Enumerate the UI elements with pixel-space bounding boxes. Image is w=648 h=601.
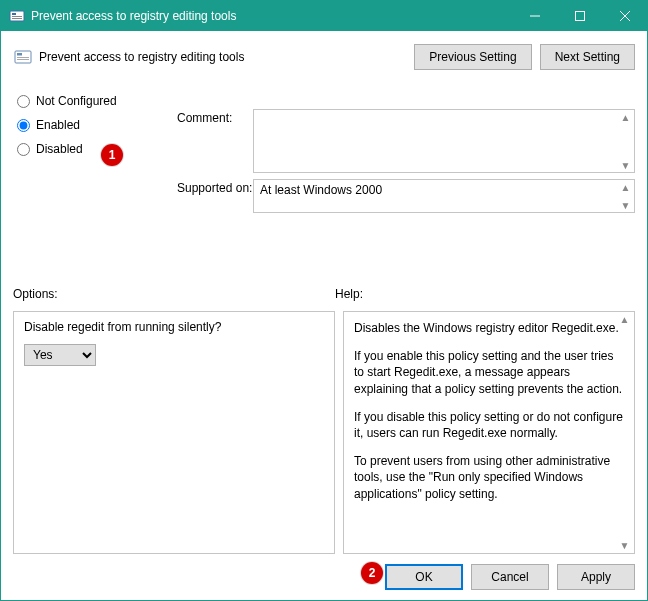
svg-rect-5 [575,12,584,21]
chevron-down-icon[interactable]: ▼ [617,540,632,551]
help-paragraph: If you disable this policy setting or do… [354,409,624,441]
options-section-label: Options: [13,287,335,301]
annotation-badge: 2 [361,562,383,584]
window-title: Prevent access to registry editing tools [31,9,512,23]
annotation-badge: 1 [101,144,123,166]
comment-scrollbar[interactable]: ▲ ▼ [617,110,634,172]
option-select[interactable]: YesNo [24,344,96,366]
maximize-button[interactable] [557,1,602,31]
content-area: Prevent access to registry editing tools… [1,31,647,600]
section-labels: Options: Help: [13,287,635,301]
option-question: Disable regedit from running silently? [24,320,324,334]
radio-enabled-label[interactable]: Enabled [36,118,80,132]
apply-button[interactable]: Apply [557,564,635,590]
policy-icon [9,8,25,24]
policy-editor-window: Prevent access to registry editing tools [0,0,648,601]
minimize-button[interactable] [512,1,557,31]
help-paragraph: If you enable this policy setting and th… [354,348,624,397]
options-pane: Disable regedit from running silently? Y… [13,311,335,554]
policy-title: Prevent access to registry editing tools [39,50,406,64]
comment-label: Comment: [177,109,253,125]
chevron-up-icon[interactable]: ▲ [617,314,632,325]
window-controls [512,1,647,31]
help-paragraph: To prevent users from using other admini… [354,453,624,502]
header-row: Prevent access to registry editing tools… [13,39,635,75]
svg-rect-2 [12,16,22,17]
ok-button[interactable]: OK [385,564,463,590]
svg-rect-11 [17,59,29,60]
supported-on-label: Supported on: [177,179,253,195]
radio-not-configured-label[interactable]: Not Configured [36,94,117,108]
radio-disabled-label[interactable]: Disabled [36,142,83,156]
chevron-down-icon[interactable]: ▼ [617,158,634,172]
cancel-button[interactable]: Cancel [471,564,549,590]
chevron-down-icon[interactable]: ▼ [617,198,634,212]
panes: Disable regedit from running silently? Y… [13,311,635,554]
close-button[interactable] [602,1,647,31]
next-setting-button[interactable]: Next Setting [540,44,635,70]
radio-disabled[interactable] [17,143,30,156]
svg-rect-10 [17,57,29,58]
supported-on-box: At least Windows 2000 ▲ ▼ [253,179,635,213]
titlebar: Prevent access to registry editing tools [1,1,647,31]
svg-rect-3 [12,18,22,19]
comment-textarea[interactable]: ▲ ▼ [253,109,635,173]
policy-header-icon [13,47,33,67]
radio-enabled[interactable] [17,119,30,132]
radio-not-configured[interactable] [17,95,30,108]
form-grid: Comment: ▲ ▼ Supported on: At least Wind… [177,109,635,219]
supported-on-value: At least Windows 2000 [260,183,382,197]
dialog-footer: OK Cancel Apply 2 [13,554,635,590]
chevron-up-icon[interactable]: ▲ [617,110,634,124]
svg-rect-9 [17,53,22,56]
help-pane: ▲ Disables the Windows registry editor R… [343,311,635,554]
chevron-up-icon[interactable]: ▲ [617,180,634,194]
previous-setting-button[interactable]: Previous Setting [414,44,531,70]
help-section-label: Help: [335,287,635,301]
svg-rect-1 [12,13,16,15]
help-paragraph: Disables the Windows registry editor Reg… [354,320,624,336]
supported-scrollbar[interactable]: ▲ ▼ [617,180,634,212]
